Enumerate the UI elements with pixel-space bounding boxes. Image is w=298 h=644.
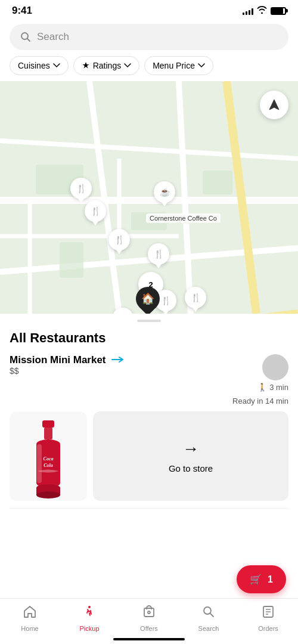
go-to-store-label: Go to store — [169, 463, 213, 473]
restaurant-list: All Restaurants Mission Mini Market $$ 🚶… — [0, 330, 298, 509]
svg-rect-15 — [203, 171, 232, 194]
product-row: Coca Cola → Go to store — [10, 411, 288, 501]
navigation-button[interactable] — [260, 91, 288, 119]
arrow-icon: → — [182, 439, 199, 459]
restaurant-name: Mission Mini Market — [10, 354, 124, 366]
status-icons — [243, 6, 286, 16]
restaurant-card[interactable]: Mission Mini Market $$ 🚶 3 min Ready in … — [10, 354, 288, 509]
map-pin-restaurant[interactable]: 🍴 — [85, 200, 106, 222]
go-to-store-card[interactable]: → Go to store — [93, 411, 288, 501]
orders-nav-label: Orders — [258, 625, 278, 632]
menu-price-filter[interactable]: Menu Price — [144, 56, 213, 75]
walk-time-info: 🚶 3 min — [10, 383, 288, 392]
cart-icon: 🛒 — [250, 574, 262, 585]
svg-rect-17 — [44, 428, 52, 439]
map-view[interactable]: 🍴 🍴 🍴 🍴 ☕ 2 🏠 🛒 🍴 🍴 🍴 🍴 🍴 — [0, 81, 298, 314]
map-pin-restaurant[interactable]: 🍴 — [185, 287, 206, 308]
battery-icon — [271, 7, 286, 15]
restaurant-header: Mission Mini Market $$ — [10, 354, 288, 380]
svg-point-29 — [204, 607, 211, 614]
walk-icon: 🚶 — [257, 383, 267, 392]
orders-nav-icon — [261, 605, 275, 623]
search-input-placeholder: Search — [37, 31, 69, 43]
home-nav-icon — [23, 605, 37, 623]
nav-item-offers[interactable]: Offers — [119, 605, 179, 632]
coffee-shop-label: Cornerstone Coffee Co — [146, 213, 221, 223]
drag-handle[interactable] — [137, 320, 161, 322]
price-level: $$ — [10, 366, 124, 376]
map-pin-restaurant[interactable]: 🍴 — [148, 243, 169, 265]
home-location-pin: 🏠 — [136, 287, 160, 311]
coke-bottle-svg: Coca Cola — [24, 417, 72, 501]
cuisines-label: Cuisines — [18, 61, 50, 70]
map-pin-restaurant[interactable]: 🍴 — [108, 229, 130, 250]
cuisines-filter[interactable]: Cuisines — [10, 56, 69, 75]
signal-icon — [243, 7, 253, 15]
status-bar: 9:41 — [0, 0, 298, 19]
bottom-nav: Home Pickup Offers Search Orders — [0, 598, 298, 644]
search-nav-label: Search — [198, 625, 219, 632]
offers-nav-icon — [142, 605, 156, 623]
map-pin-cart[interactable]: 🛒 — [112, 308, 134, 314]
offers-nav-label: Offers — [140, 625, 158, 632]
ratings-label: Ratings — [93, 61, 121, 70]
svg-rect-21 — [37, 444, 42, 483]
walk-time: 3 min — [269, 383, 288, 392]
status-time: 9:41 — [12, 5, 32, 17]
svg-point-27 — [88, 606, 91, 608]
ratings-filter[interactable]: Ratings — [73, 56, 139, 75]
star-icon — [82, 61, 90, 70]
wifi-icon — [257, 6, 267, 16]
cart-button[interactable]: 🛒 1 — [237, 565, 286, 593]
chevron-down-icon-3 — [198, 63, 205, 68]
nav-item-search[interactable]: Search — [179, 605, 238, 632]
menu-price-label: Menu Price — [153, 61, 195, 70]
map-pin-coffee[interactable]: ☕ — [154, 181, 175, 203]
svg-point-28 — [148, 611, 150, 614]
search-bar-container: Search — [0, 19, 298, 56]
svg-text:Cola: Cola — [44, 463, 53, 468]
ready-time: Ready in 14 min — [10, 397, 288, 405]
home-nav-label: Home — [21, 625, 38, 632]
chevron-down-icon-2 — [124, 63, 131, 68]
chevron-down-icon — [53, 63, 60, 68]
search-nav-icon — [201, 605, 216, 623]
restaurant-avatar — [262, 354, 288, 380]
filter-row: Cuisines Ratings Menu Price — [0, 56, 298, 81]
search-icon — [20, 32, 31, 42]
svg-point-26 — [36, 491, 60, 499]
nav-item-home[interactable]: Home — [0, 605, 60, 632]
section-title: All Restaurants — [10, 330, 288, 346]
dash-badge — [111, 355, 124, 366]
cart-count: 1 — [268, 574, 273, 585]
svg-rect-14 — [60, 242, 83, 278]
map-pin-restaurant[interactable]: 🍴 — [70, 178, 92, 199]
product-image-coke[interactable]: Coca Cola — [10, 411, 87, 501]
pickup-nav-icon — [82, 605, 97, 623]
nav-item-pickup[interactable]: Pickup — [60, 605, 119, 632]
pickup-nav-label: Pickup — [79, 625, 99, 632]
svg-rect-16 — [42, 420, 54, 428]
svg-text:Coca: Coca — [44, 456, 54, 462]
nav-item-orders[interactable]: Orders — [238, 605, 298, 632]
search-bar[interactable]: Search — [10, 24, 288, 50]
home-indicator — [113, 638, 185, 640]
